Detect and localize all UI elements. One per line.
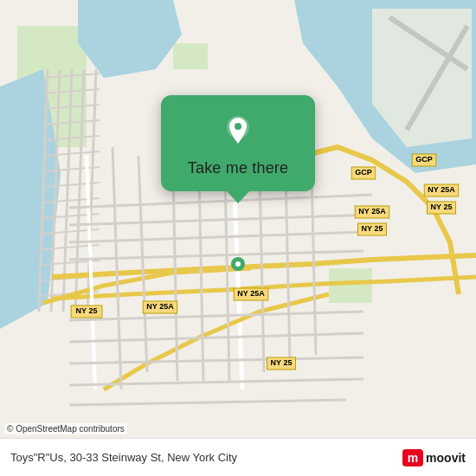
map-popup[interactable]: Take me there (161, 95, 315, 191)
location-pin (218, 111, 258, 151)
map-container: Take me there © OpenStreetMap contributo… (0, 0, 476, 476)
map-canvas (0, 0, 476, 476)
svg-point-1 (235, 123, 241, 130)
location-address: Toys"R"Us, 30-33 Steinway St, New York C… (10, 451, 237, 464)
bottom-bar: Toys"R"Us, 30-33 Steinway St, New York C… (0, 438, 476, 476)
moovit-wordmark: moovit (426, 451, 466, 465)
osm-attribution: © OpenStreetMap contributors (4, 423, 127, 434)
popup-take-me-there[interactable]: Take me there (188, 159, 288, 177)
moovit-logo: m moovit (402, 449, 466, 466)
moovit-m-badge: m (402, 449, 423, 466)
